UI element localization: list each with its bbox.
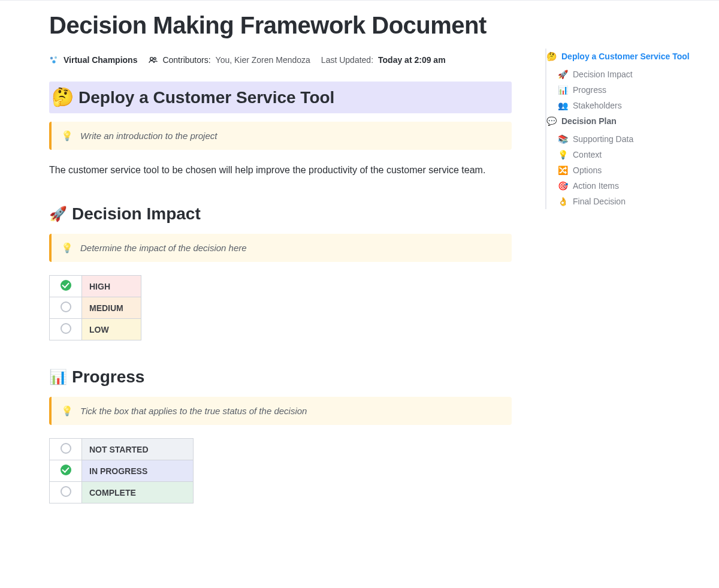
progress-table: NOT STARTEDIN PROGRESSCOMPLETE bbox=[49, 438, 194, 503]
heading-deploy-text: Deploy a Customer Service Tool bbox=[78, 86, 334, 109]
outline-item[interactable]: 🎯Action Items bbox=[546, 178, 707, 194]
impact-label[interactable]: MEDIUM bbox=[82, 297, 141, 319]
callout-deploy[interactable]: 💡 Write an introduction to the project bbox=[49, 122, 512, 150]
progress-row: COMPLETE bbox=[50, 482, 194, 503]
impact-checkbox-cell[interactable] bbox=[50, 276, 82, 297]
document-body: Decision Making Framework Document Virtu… bbox=[0, 10, 527, 588]
outline-item-label: Supporting Data bbox=[573, 134, 633, 144]
bulb-icon: 💡 bbox=[61, 130, 73, 141]
impact-checkbox-cell[interactable] bbox=[50, 297, 82, 319]
impact-label[interactable]: HIGH bbox=[82, 276, 141, 297]
impact-row: MEDIUM bbox=[50, 297, 141, 319]
heading-progress[interactable]: 📊 Progress bbox=[49, 366, 512, 388]
radio-unchecked-icon[interactable] bbox=[61, 323, 71, 334]
outline-item-icon: 📚 bbox=[557, 134, 568, 144]
radio-unchecked-icon[interactable] bbox=[61, 486, 71, 497]
radio-checked-icon[interactable] bbox=[61, 465, 71, 475]
callout-progress[interactable]: 💡 Tick the box that applies to the true … bbox=[49, 397, 512, 425]
page-title: Decision Making Framework Document bbox=[49, 10, 512, 41]
people-icon bbox=[148, 55, 158, 65]
outline-item[interactable]: 🔀Options bbox=[546, 162, 707, 178]
impact-row: LOW bbox=[50, 319, 141, 340]
doc-meta: Virtual Champions Contributors: You, Kie… bbox=[49, 55, 512, 65]
svg-point-3 bbox=[150, 58, 153, 61]
deploy-body-text[interactable]: The customer service tool to be chosen w… bbox=[49, 163, 493, 178]
outline-item-icon: 🎯 bbox=[557, 181, 568, 191]
outline-item-label: Context bbox=[573, 150, 602, 159]
progress-checkbox-cell[interactable] bbox=[50, 460, 82, 482]
heading-progress-text: Progress bbox=[72, 366, 144, 388]
outline-item[interactable]: 👥Stakeholders bbox=[546, 98, 707, 113]
team-icon bbox=[49, 55, 59, 65]
svg-point-4 bbox=[154, 58, 156, 60]
outline-panel: 🤔Deploy a Customer Service Tool🚀Decision… bbox=[527, 10, 719, 588]
outline-item-icon: 👌 bbox=[557, 197, 568, 206]
impact-checkbox-cell[interactable] bbox=[50, 319, 82, 340]
outline-item-icon: 💡 bbox=[557, 150, 568, 159]
meta-team[interactable]: Virtual Champions bbox=[49, 55, 137, 65]
outline-item[interactable]: 💬Decision Plan bbox=[542, 113, 707, 129]
meta-last-updated-label: Last Updated: bbox=[321, 55, 373, 65]
outline-item[interactable]: 👌Final Decision bbox=[546, 194, 707, 209]
meta-team-value: Virtual Champions bbox=[64, 55, 137, 65]
outline-list: 🤔Deploy a Customer Service Tool🚀Decision… bbox=[545, 49, 707, 209]
callout-deploy-text: Write an introduction to the project bbox=[80, 131, 217, 141]
svg-point-1 bbox=[55, 56, 57, 59]
svg-point-2 bbox=[52, 61, 55, 64]
outline-item-label: Final Decision bbox=[573, 197, 626, 206]
progress-row: NOT STARTED bbox=[50, 439, 194, 460]
outline-item[interactable]: 💡Context bbox=[546, 147, 707, 162]
progress-checkbox-cell[interactable] bbox=[50, 439, 82, 460]
outline-item-label: Decision Impact bbox=[573, 70, 633, 79]
progress-label[interactable]: NOT STARTED bbox=[82, 439, 194, 460]
heading-deploy[interactable]: 🤔 Deploy a Customer Service Tool bbox=[49, 82, 512, 113]
outline-item-icon: 🤔 bbox=[546, 52, 557, 61]
bulb-icon: 💡 bbox=[61, 242, 73, 254]
impact-label[interactable]: LOW bbox=[82, 319, 141, 340]
progress-checkbox-cell[interactable] bbox=[50, 482, 82, 503]
impact-row: HIGH bbox=[50, 276, 141, 297]
outline-item-label: Progress bbox=[573, 85, 606, 95]
outline-item-icon: 💬 bbox=[546, 116, 557, 126]
outline-item-icon: 🔀 bbox=[557, 165, 568, 175]
meta-last-updated-value: Today at 2:09 am bbox=[378, 55, 446, 65]
callout-impact[interactable]: 💡 Determine the impact of the decision h… bbox=[49, 234, 512, 262]
impact-table: HIGHMEDIUMLOW bbox=[49, 275, 141, 340]
radio-checked-icon[interactable] bbox=[61, 280, 71, 291]
thinking-icon: 🤔 bbox=[52, 85, 74, 110]
outline-item[interactable]: 📊Progress bbox=[546, 82, 707, 98]
outline-item-label: Deploy a Customer Service Tool bbox=[561, 52, 690, 61]
meta-contributors-value: You, Kier Zoren Mendoza bbox=[216, 55, 310, 65]
callout-progress-text: Tick the box that applies to the true st… bbox=[80, 406, 307, 416]
progress-label[interactable]: COMPLETE bbox=[82, 482, 194, 503]
meta-contributors-label: Contributors: bbox=[162, 55, 210, 65]
radio-unchecked-icon[interactable] bbox=[61, 301, 71, 312]
outline-item-icon: 👥 bbox=[557, 101, 568, 110]
callout-impact-text: Determine the impact of the decision her… bbox=[80, 243, 247, 253]
heading-impact[interactable]: 🚀 Decision Impact bbox=[49, 203, 512, 225]
svg-point-0 bbox=[50, 57, 53, 59]
outline-item-label: Action Items bbox=[573, 181, 619, 191]
outline-item-icon: 📊 bbox=[557, 85, 568, 95]
meta-last-updated: Last Updated: Today at 2:09 am bbox=[321, 55, 446, 65]
progress-label[interactable]: IN PROGRESS bbox=[82, 460, 194, 482]
meta-contributors[interactable]: Contributors: You, Kier Zoren Mendoza bbox=[148, 55, 310, 65]
outline-item-label: Stakeholders bbox=[573, 101, 622, 110]
progress-row: IN PROGRESS bbox=[50, 460, 194, 482]
outline-item[interactable]: 🚀Decision Impact bbox=[546, 67, 707, 82]
rocket-icon: 🚀 bbox=[49, 204, 67, 224]
outline-item-label: Decision Plan bbox=[561, 116, 617, 126]
outline-item-icon: 🚀 bbox=[557, 70, 568, 79]
bulb-icon: 💡 bbox=[61, 405, 73, 417]
heading-impact-text: Decision Impact bbox=[72, 203, 201, 225]
outline-item[interactable]: 📚Supporting Data bbox=[546, 131, 707, 147]
radio-unchecked-icon[interactable] bbox=[61, 443, 71, 454]
outline-item[interactable]: 🤔Deploy a Customer Service Tool bbox=[542, 49, 707, 64]
outline-item-label: Options bbox=[573, 165, 602, 175]
barchart-icon: 📊 bbox=[49, 367, 67, 387]
